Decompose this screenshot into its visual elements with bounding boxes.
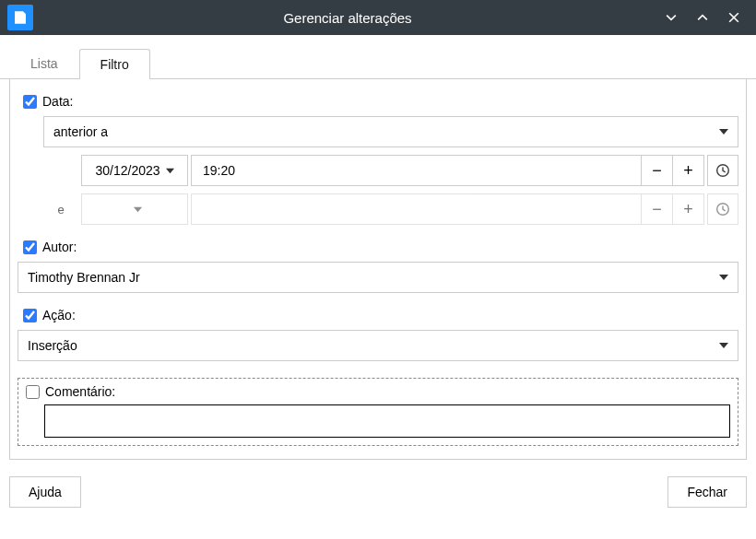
- action-label: Ação:: [42, 308, 76, 322]
- author-checkbox[interactable]: [23, 240, 37, 254]
- author-label: Autor:: [42, 240, 77, 254]
- time1-input[interactable]: 19:20 − +: [191, 155, 704, 186]
- action-select[interactable]: Inserção: [18, 330, 738, 361]
- date-checkbox[interactable]: [23, 95, 37, 109]
- comment-label: Comentário:: [45, 384, 115, 399]
- time1-value: 19:20: [192, 163, 641, 178]
- tab-list[interactable]: Lista: [9, 48, 79, 78]
- now-button-1[interactable]: [707, 155, 738, 186]
- comment-input[interactable]: [44, 404, 730, 438]
- chevron-down-icon: [166, 163, 174, 178]
- and-label: e: [43, 203, 78, 217]
- svg-marker-8: [134, 207, 142, 212]
- now-button-2: [707, 193, 738, 225]
- action-value: Inserção: [28, 338, 77, 353]
- app-icon: [7, 5, 33, 30]
- window-title: Gerenciar alterações: [33, 10, 662, 26]
- date-condition-value: anterior a: [53, 124, 108, 139]
- svg-marker-6: [166, 169, 174, 173]
- chevron-down-icon: [719, 338, 728, 353]
- svg-rect-1: [17, 18, 24, 18]
- date1-picker[interactable]: 30/12/2023: [81, 155, 188, 186]
- svg-marker-11: [719, 343, 728, 348]
- chevron-down-icon: [719, 124, 728, 139]
- comment-checkbox[interactable]: [26, 385, 40, 399]
- close-button[interactable]: Fechar: [667, 476, 747, 508]
- help-button-label: Ajuda: [29, 485, 62, 499]
- date-label: Data:: [42, 94, 73, 109]
- author-value: Timothy Brennan Jr: [28, 270, 140, 285]
- chevron-down-icon: [134, 202, 142, 217]
- date2-picker: [81, 193, 188, 225]
- svg-rect-0: [17, 15, 24, 16]
- time2-increment: +: [672, 193, 703, 225]
- time1-increment[interactable]: +: [672, 155, 703, 186]
- author-select[interactable]: Timothy Brennan Jr: [18, 262, 738, 293]
- chevron-down-icon: [719, 270, 728, 285]
- svg-marker-5: [719, 129, 728, 135]
- minimize-button[interactable]: [662, 8, 680, 27]
- close-button-label: Fechar: [687, 485, 727, 499]
- svg-rect-2: [17, 20, 21, 21]
- svg-marker-10: [719, 275, 728, 280]
- action-checkbox[interactable]: [23, 309, 37, 322]
- time1-decrement[interactable]: −: [641, 155, 672, 186]
- time2-input: − +: [191, 193, 704, 225]
- maximize-button[interactable]: [693, 8, 712, 27]
- date-condition-select[interactable]: anterior a: [43, 116, 738, 147]
- time2-decrement: −: [641, 193, 672, 225]
- date1-value: 30/12/2023: [95, 163, 159, 178]
- close-window-button[interactable]: [725, 8, 743, 27]
- help-button[interactable]: Ajuda: [9, 476, 81, 508]
- tab-filter[interactable]: Filtro: [79, 49, 150, 79]
